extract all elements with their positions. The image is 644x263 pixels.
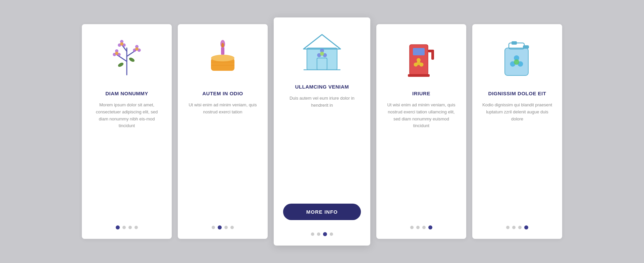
- svg-point-50: [514, 59, 519, 65]
- card-3-body: Duis autem vel eum iriure dolor in hendr…: [283, 95, 361, 197]
- svg-point-10: [115, 52, 118, 55]
- card-1-dots: [116, 225, 138, 229]
- card-5-title: DIGNISSIM DOLOE EIT: [488, 91, 546, 96]
- dot: [506, 226, 509, 229]
- dot: [218, 225, 222, 229]
- card-4-title: IRIURE: [412, 91, 430, 96]
- card-1: DIAM NONUMMY Morem ipsum dolor sit amet,…: [82, 24, 172, 239]
- svg-rect-45: [512, 41, 517, 45]
- card-3-icon: [300, 30, 344, 73]
- dot: [128, 226, 132, 229]
- dot: [122, 226, 126, 229]
- dot: [518, 226, 522, 229]
- dot: [422, 226, 426, 229]
- card-4: IRIURE Ut wisi enim ad minim veniam, qui…: [376, 24, 466, 239]
- dot: [212, 226, 215, 229]
- card-2-body: Ut wisi enim ad minim veniam, quis nostr…: [187, 102, 258, 219]
- card-2-dots: [212, 225, 234, 229]
- card-3: ULLAMCING VENIAM Duis autem vel eum iriu…: [274, 17, 370, 246]
- dot: [317, 232, 320, 236]
- card-1-title: DIAM NONUMMY: [105, 91, 148, 96]
- dot: [410, 226, 414, 229]
- dot: [116, 225, 120, 229]
- svg-rect-46: [523, 45, 529, 49]
- card-2: AUTEM IN ODIO Ut wisi enim ad minim veni…: [178, 24, 268, 239]
- card-5-icon: [495, 36, 539, 80]
- svg-point-5: [128, 57, 136, 63]
- svg-point-14: [135, 47, 139, 51]
- svg-point-23: [211, 55, 234, 61]
- dot: [224, 226, 228, 229]
- card-1-icon: [105, 36, 149, 80]
- cards-container: DIAM NONUMMY Morem ipsum dolor sit amet,…: [62, 4, 582, 259]
- dot: [311, 232, 314, 236]
- dot: [512, 226, 516, 229]
- card-2-icon: [201, 36, 245, 80]
- dot: [330, 232, 333, 236]
- svg-point-39: [417, 61, 421, 65]
- dot: [230, 226, 234, 229]
- card-5-body: Kodio dignissim qui blandit praesent lup…: [482, 102, 553, 219]
- svg-marker-27: [304, 35, 340, 49]
- svg-point-20: [221, 43, 224, 48]
- card-3-dots: [311, 232, 333, 236]
- more-info-button[interactable]: MORE INFO: [283, 204, 361, 220]
- dot: [416, 226, 420, 229]
- svg-point-18: [120, 42, 123, 46]
- svg-point-32: [320, 52, 324, 56]
- dot: [428, 225, 432, 229]
- dot: [135, 226, 138, 229]
- card-5: DIGNISSIM DOLOE EIT Kodio dignissim qui …: [472, 24, 562, 239]
- svg-rect-42: [408, 74, 430, 77]
- card-2-title: AUTEM IN ODIO: [202, 91, 243, 96]
- card-4-icon: [399, 36, 443, 80]
- card-4-dots: [410, 225, 432, 229]
- svg-rect-35: [413, 48, 425, 55]
- svg-point-4: [117, 62, 124, 68]
- dot: [524, 225, 528, 229]
- dot: [323, 232, 327, 236]
- card-5-dots: [506, 225, 528, 229]
- card-4-body: Ut wisi enim ad minim veniam, quis nostr…: [386, 102, 457, 219]
- card-1-body: Morem ipsum dolor sit amet, consectetuer…: [91, 102, 162, 219]
- svg-rect-41: [431, 50, 434, 60]
- svg-rect-21: [221, 47, 224, 55]
- card-3-title: ULLAMCING VENIAM: [295, 84, 349, 90]
